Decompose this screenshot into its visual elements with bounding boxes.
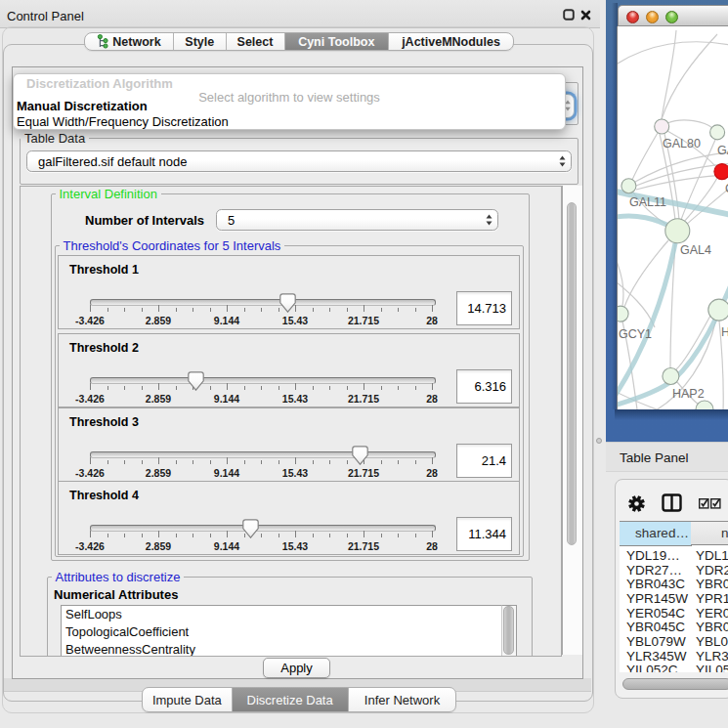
- table-row[interactable]: YBR045CYBR045: [620, 620, 728, 634]
- slider-tick-label: 2.859: [146, 540, 171, 552]
- slider-tick-label: 2.859: [146, 467, 171, 479]
- slider-tick: [124, 460, 125, 464]
- column-header-name[interactable]: name: [691, 522, 728, 545]
- table-row[interactable]: YDL19…YDL19: [620, 548, 728, 563]
- bottom-tab-discretize-data[interactable]: Discretize Data: [233, 688, 349, 711]
- cell-name: YBR045: [696, 620, 728, 634]
- slider-tick-label: -3.426: [75, 315, 105, 326]
- slider-tick-label: 15.43: [282, 467, 308, 479]
- split-table-icon[interactable]: [662, 493, 682, 512]
- slider-tick: [415, 308, 416, 312]
- table-row[interactable]: YLR345WYLR345: [620, 649, 728, 664]
- threshold-4-slider-track[interactable]: [90, 525, 436, 532]
- bottom-tab-impute-data[interactable]: Impute Data: [143, 688, 233, 711]
- network-view-canvas[interactable]: GAL80GACGAL11GAL4GCY1HHAP2: [617, 26, 728, 409]
- slider-tick: [261, 460, 262, 464]
- gear-icon[interactable]: [627, 494, 646, 513]
- slider-tick: [176, 460, 177, 464]
- table-data-group-label: Table Data: [21, 131, 89, 146]
- threshold-3-value-field[interactable]: 21.4: [456, 444, 512, 478]
- attributes-group-label: Attributes to discretize: [52, 570, 185, 584]
- threshold-1-slider-thumb[interactable]: [279, 293, 296, 313]
- cell-shared-name: YPR145W: [626, 591, 688, 606]
- tab-label: Cyni Toolbox: [298, 35, 374, 49]
- slider-tick: [210, 534, 211, 537]
- cell-name: YPR145: [696, 591, 728, 606]
- threshold-3-slider-track[interactable]: [90, 451, 436, 458]
- slider-tick: [398, 534, 399, 537]
- table-row[interactable]: YIL052CYIL052: [620, 663, 728, 672]
- close-icon[interactable]: [580, 10, 591, 21]
- discretization-form: Table Data galFiltered.sif default node …: [12, 66, 583, 679]
- threshold-2-slider-track[interactable]: [90, 377, 436, 384]
- slider-tick-label: 15.43: [282, 540, 308, 552]
- threshold-1-value-field[interactable]: 14.713: [456, 291, 512, 325]
- cell-shared-name: YIL052C: [626, 663, 678, 672]
- list-item[interactable]: BetweennessCentrality: [62, 641, 514, 657]
- list-scrollbar-thumb[interactable]: [503, 606, 514, 655]
- minimize-traffic-light[interactable]: [646, 11, 659, 23]
- table-row[interactable]: YER054CYER054: [620, 606, 728, 621]
- cell-shared-name: YBL079W: [626, 634, 686, 649]
- cell-shared-name: YER054C: [626, 606, 685, 621]
- list-item[interactable]: SelfLoops: [62, 606, 514, 623]
- network-canvas-shadow: [615, 409, 728, 420]
- column-header-shared-name[interactable]: shared…: [620, 522, 692, 546]
- list-item[interactable]: TopologicalCoefficient: [62, 623, 514, 641]
- close-traffic-light[interactable]: [626, 11, 639, 23]
- number-of-intervals-combobox[interactable]: 5: [216, 209, 498, 231]
- window-title: Control Panel: [7, 9, 84, 23]
- slider-tick: [193, 308, 193, 312]
- slider-tick: [142, 460, 143, 464]
- tab-label: Style: [185, 35, 214, 49]
- tab-style[interactable]: Style: [174, 33, 227, 50]
- table-row[interactable]: YPR145WYPR145: [620, 591, 728, 606]
- threshold-4-slider-thumb[interactable]: [242, 519, 259, 538]
- table-panel-title: Table Panel: [620, 450, 689, 465]
- slider-tick: [158, 383, 159, 390]
- table-data-combobox[interactable]: galFiltered.sif default node: [26, 150, 572, 172]
- network-window-titlebar: [618, 5, 728, 26]
- slider-tick: [107, 386, 108, 390]
- checkbox-columns-icon[interactable]: [699, 498, 722, 509]
- slider-tick: [210, 386, 211, 390]
- slider-tick: [398, 460, 399, 464]
- tab-jactivemnodules[interactable]: jActiveMNodules: [389, 33, 513, 50]
- threshold-3-slider-thumb[interactable]: [352, 446, 368, 465]
- threshold-1-slider-track[interactable]: [90, 299, 436, 306]
- bottom-tab-infer-network[interactable]: Infer Network: [349, 688, 456, 711]
- threshold-2-value-field[interactable]: 6.316: [456, 369, 512, 404]
- popup-item-equal-width[interactable]: Equal Width/Frequency Discretization: [17, 114, 229, 129]
- slider-tick: [90, 457, 91, 464]
- cell-name: YBR043: [696, 577, 728, 591]
- slider-tick: [158, 531, 159, 537]
- slider-tick: [278, 460, 279, 464]
- slider-tick: [313, 534, 314, 537]
- table-row[interactable]: YDR27…YDR27: [620, 563, 728, 578]
- slider-tick: [210, 460, 211, 464]
- updown-arrows-icon: [486, 214, 492, 226]
- splitter-handle[interactable]: [596, 438, 602, 444]
- slider-tick-label: 21.715: [348, 540, 379, 552]
- tab-cyni-toolbox[interactable]: Cyni Toolbox: [285, 33, 390, 50]
- vertical-scrollbar-thumb[interactable]: [567, 202, 577, 545]
- cell-name: YDR27: [696, 563, 728, 578]
- apply-button[interactable]: Apply: [263, 658, 330, 678]
- tab-network[interactable]: Network: [85, 33, 174, 50]
- threshold-4-value-field[interactable]: 11.344: [456, 517, 512, 551]
- tab-select[interactable]: Select: [227, 33, 285, 50]
- zoom-traffic-light[interactable]: [665, 11, 678, 23]
- threshold-2-label: Threshold 2: [69, 341, 139, 355]
- table-row[interactable]: YBL079WYBL079: [620, 634, 728, 649]
- numerical-attributes-list: SelfLoopsTopologicalCoefficientBetweenne…: [61, 605, 515, 657]
- svg-text:GAL80: GAL80: [663, 137, 701, 150]
- float-window-icon[interactable]: [563, 9, 575, 21]
- slider-tick: [158, 305, 159, 312]
- popup-item-manual-discretization[interactable]: Manual Discretization: [17, 99, 148, 113]
- slider-tick-label: -3.426: [75, 393, 105, 405]
- slider-tick: [295, 383, 296, 390]
- threshold-2-slider-thumb[interactable]: [188, 371, 204, 391]
- table-row[interactable]: YBR043CYBR043: [620, 577, 728, 591]
- horizontal-scrollbar-thumb[interactable]: [622, 678, 728, 690]
- slider-tick: [176, 534, 177, 537]
